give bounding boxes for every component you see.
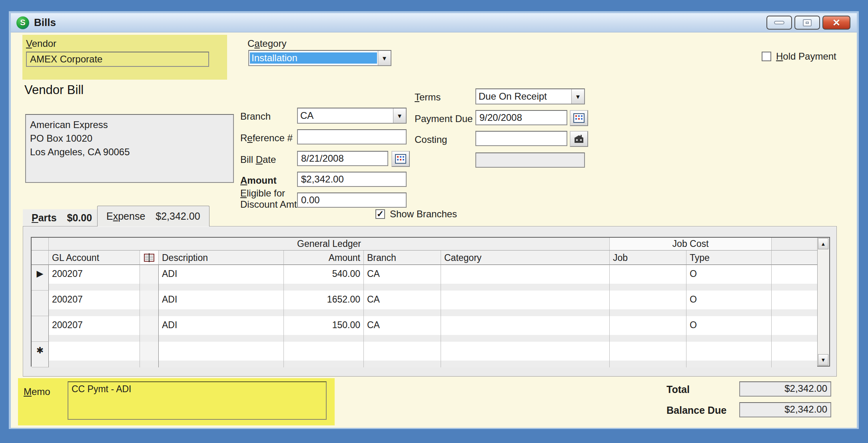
col-header-description[interactable]: Description: [159, 251, 284, 265]
memo-label: Memo: [24, 386, 50, 397]
col-header-gl-account[interactable]: GL Account: [49, 251, 140, 265]
cell-job[interactable]: [610, 291, 686, 316]
cell-job[interactable]: [610, 316, 686, 342]
cell-gl-account[interactable]: [49, 342, 140, 367]
cell-type[interactable]: O: [686, 316, 772, 342]
cell-amount[interactable]: [284, 342, 364, 367]
table-new-row[interactable]: ✱: [32, 342, 817, 367]
discount-label: Eligible for Discount Amt: [240, 188, 297, 210]
window-title: Bills: [34, 16, 56, 29]
address-line: American Express: [30, 118, 229, 132]
tab-parts[interactable]: Parts $0.00: [23, 209, 101, 226]
vendor-input[interactable]: [26, 52, 209, 67]
hold-payment-checkbox-row[interactable]: Hold Payment: [762, 51, 836, 62]
col-header-ledger-icon[interactable]: [140, 251, 159, 265]
payment-due-input[interactable]: [475, 110, 567, 125]
total-value: $2,342.00: [739, 381, 831, 397]
row-current-icon[interactable]: ▶: [32, 265, 49, 291]
reference-label: Reference #: [240, 132, 293, 144]
tab-parts-amount: $0.00: [67, 212, 92, 224]
cell-branch[interactable]: CA: [364, 265, 441, 291]
cell-category[interactable]: [441, 342, 610, 367]
discount-amount-input[interactable]: [297, 192, 407, 208]
branch-dropdown-icon[interactable]: ▼: [393, 108, 406, 123]
hold-payment-checkbox[interactable]: [762, 52, 771, 61]
client-area: Vendor Category Installation ▼ Hold Paym…: [11, 32, 857, 428]
tab-expense[interactable]: Expense $2,342.00: [97, 206, 210, 227]
cell-gl-account[interactable]: 200207: [49, 291, 140, 316]
cell-job[interactable]: [610, 265, 686, 291]
cell-branch[interactable]: CA: [364, 291, 441, 316]
cell-gl-account[interactable]: 200207: [49, 265, 140, 291]
minimize-button[interactable]: [766, 16, 792, 30]
col-header-job[interactable]: Job: [610, 251, 686, 265]
ledger-book-icon: [143, 253, 155, 263]
reference-input[interactable]: [297, 129, 407, 144]
table-row[interactable]: 200207 ADI 150.00 CA O: [32, 316, 817, 342]
restore-icon: [803, 19, 812, 26]
new-row-icon[interactable]: ✱: [32, 342, 49, 367]
balance-due-label: Balance Due: [666, 405, 726, 416]
costing-input[interactable]: [475, 131, 567, 146]
cell-branch[interactable]: CA: [364, 316, 441, 342]
restore-button[interactable]: [794, 16, 820, 30]
terms-combobox[interactable]: Due On Receipt ▼: [475, 88, 585, 104]
cell-type[interactable]: [686, 342, 772, 367]
col-header-branch[interactable]: Branch: [364, 251, 441, 265]
bill-date-label: Bill Date: [240, 154, 276, 165]
scroll-up-icon[interactable]: ▲: [818, 238, 828, 249]
cell-extra: [772, 291, 817, 316]
cell-ledger-button[interactable]: [140, 291, 159, 316]
terms-value: Due On Receipt: [476, 90, 571, 103]
memo-textarea[interactable]: CC Pymt - ADI: [68, 381, 327, 420]
cell-amount[interactable]: 1652.00: [284, 291, 364, 316]
close-button[interactable]: ✕: [822, 16, 850, 30]
cell-description[interactable]: ADI: [159, 291, 284, 316]
cell-type[interactable]: O: [686, 265, 772, 291]
table-row[interactable]: ▶ 200207 ADI 540.00 CA O: [32, 265, 817, 291]
category-label: Category: [247, 38, 286, 49]
cell-description[interactable]: ADI: [159, 265, 284, 291]
cell-ledger-button[interactable]: [140, 316, 159, 342]
col-header-type[interactable]: Type: [686, 251, 772, 265]
bill-date-calendar-button[interactable]: [391, 151, 410, 167]
scroll-down-icon[interactable]: ▼: [818, 354, 828, 365]
cell-ledger-button[interactable]: [140, 342, 159, 367]
cell-description[interactable]: [159, 342, 284, 367]
cell-ledger-button[interactable]: [140, 265, 159, 291]
discount-label-line1: Eligible for: [240, 188, 297, 199]
app-icon: S: [16, 16, 29, 29]
cell-category[interactable]: [441, 265, 610, 291]
cell-branch[interactable]: [364, 342, 441, 367]
bill-date-input[interactable]: [297, 151, 388, 166]
row-selector[interactable]: [32, 316, 49, 342]
col-header-category[interactable]: Category: [441, 251, 610, 265]
branch-combobox[interactable]: CA ▼: [297, 108, 407, 124]
branch-label: Branch: [240, 111, 271, 122]
category-combobox[interactable]: Installation ▼: [248, 50, 391, 66]
cell-type[interactable]: O: [686, 291, 772, 316]
payment-due-calendar-button[interactable]: [570, 110, 588, 126]
category-dropdown-icon[interactable]: ▼: [378, 51, 391, 65]
show-branches-checkbox-row[interactable]: ✓ Show Branches: [375, 208, 457, 220]
amount-input[interactable]: [297, 172, 407, 187]
tab-expense-label: Expense: [106, 210, 145, 222]
costing-jobsite-button[interactable]: [570, 131, 588, 147]
cell-description[interactable]: ADI: [159, 316, 284, 342]
cell-gl-account[interactable]: 200207: [49, 316, 140, 342]
cell-amount[interactable]: 150.00: [284, 316, 364, 342]
cell-extra: [772, 265, 817, 291]
row-selector[interactable]: [32, 291, 49, 316]
cell-job[interactable]: [610, 342, 686, 367]
cell-category[interactable]: [441, 316, 610, 342]
grid-vertical-scrollbar[interactable]: ▲ ▼: [817, 238, 829, 366]
terms-label: Terms: [415, 92, 441, 103]
show-branches-checkbox[interactable]: ✓: [375, 209, 385, 219]
expense-grid: General Ledger Job Cost GL Account: [31, 237, 830, 367]
terms-dropdown-icon[interactable]: ▼: [571, 89, 584, 104]
cell-amount[interactable]: 540.00: [284, 265, 364, 291]
cell-category[interactable]: [441, 291, 610, 316]
col-header-amount[interactable]: Amount: [284, 251, 364, 265]
titlebar[interactable]: S Bills ✕: [11, 13, 857, 32]
table-row[interactable]: 200207 ADI 1652.00 CA O: [32, 291, 817, 316]
